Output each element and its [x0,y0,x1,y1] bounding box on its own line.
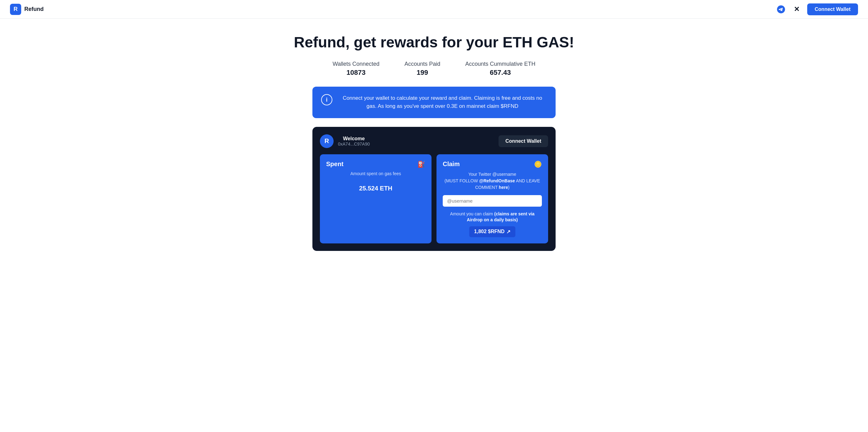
stat-wallets-connected: Wallets Connected 10873 [333,61,379,77]
info-banner-text: Connect your wallet to calculate your re… [338,94,547,111]
stat-eth-label: Accounts Cummulative ETH [465,61,535,67]
logo-icon: R [10,4,21,15]
spent-amount: 25.524 ETH [326,185,425,192]
username-input[interactable] [443,195,542,207]
connect-wallet-button[interactable]: Connect Wallet [807,3,858,15]
welcome-text: Welcome [338,136,370,142]
spent-panel-subtitle: Amount spent on gas fees [326,171,425,176]
navbar-left: R Refund [10,4,44,15]
stats-row: Wallets Connected 10873 Accounts Paid 19… [6,61,862,77]
svg-point-0 [777,5,785,13]
stat-cumulative-eth: Accounts Cummulative ETH 657.43 [465,61,535,77]
stack-coin-icon: 🪙 [534,160,542,168]
claim-badge: 1,802 $RFND ↗ [469,226,516,237]
claim-panel-header: Claim 🪙 [443,160,542,168]
panels-row: Spent ⛽ Amount spent on gas fees 25.524 … [320,154,548,243]
claim-here: here [499,185,508,190]
spent-panel-title: Spent [326,160,344,168]
card-header-left: R Welcome 0xA74...C97A90 [320,134,370,148]
hero-section: Refund, get rewards for your ETH GAS! Wa… [0,19,868,261]
stat-accounts-paid: Accounts Paid 199 [404,61,440,77]
avatar: R [320,134,334,148]
gas-pump-icon: ⛽ [417,160,425,168]
card-header: R Welcome 0xA74...C97A90 Connect Wallet [320,134,548,148]
hero-title: Refund, get rewards for your ETH GAS! [6,34,862,51]
stat-paid-label: Accounts Paid [404,61,440,67]
info-banner: i Connect your wallet to calculate your … [312,87,556,118]
spent-panel-header: Spent ⛽ [326,160,425,168]
navbar-right: ✕ Connect Wallet [776,3,858,15]
stat-wallets-value: 10873 [333,68,379,77]
main-card: R Welcome 0xA74...C97A90 Connect Wallet … [312,127,556,251]
claim-arrow-icon: ↗ [506,229,510,235]
x-twitter-icon[interactable]: ✕ [792,4,802,14]
navbar: R Refund ✕ Connect Wallet [0,0,868,19]
claim-instructions: Your Twitter @username (MUST FOLLOW @Ref… [443,171,542,191]
claim-desc-2: (MUST FOLLOW [444,178,479,183]
spent-panel: Spent ⛽ Amount spent on gas fees 25.524 … [320,154,432,243]
wallet-address: 0xA74...C97A90 [338,142,370,147]
info-icon: i [321,94,332,105]
telegram-icon[interactable] [776,4,786,14]
stat-eth-value: 657.43 [465,68,535,77]
claim-desc-1: Your Twitter @username [468,172,516,177]
claim-panel-title: Claim [443,160,460,168]
stat-wallets-label: Wallets Connected [333,61,379,67]
claim-panel: Claim 🪙 Your Twitter @username (MUST FOL… [436,154,548,243]
claim-amount-label: Amount you can claim (claims are sent vi… [443,211,542,223]
brand-name: Refund [24,6,44,12]
claim-handle: @RefundOnBase [479,178,515,183]
card-connect-wallet-button[interactable]: Connect Wallet [499,135,548,147]
welcome-info: Welcome 0xA74...C97A90 [338,136,370,147]
claim-desc-5: ) [508,185,509,190]
stat-paid-value: 199 [404,68,440,77]
claim-value: 1,802 $RFND [474,229,505,235]
